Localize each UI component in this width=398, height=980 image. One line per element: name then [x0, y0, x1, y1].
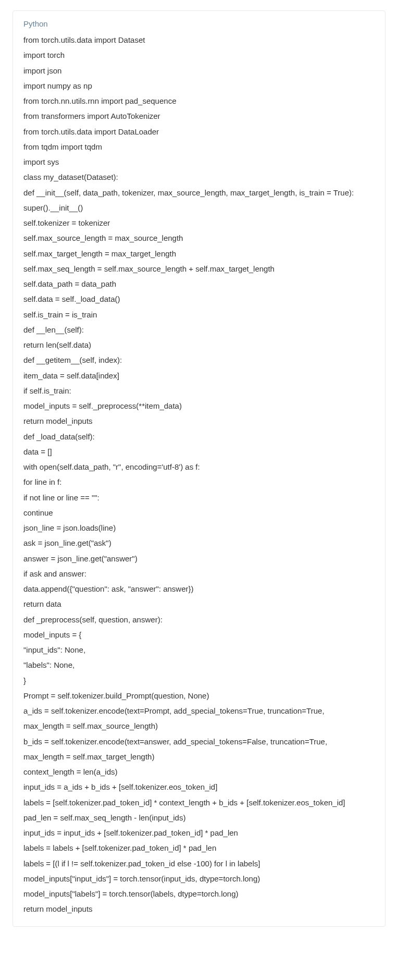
code-line: self.max_target_length = max_target_leng… — [23, 246, 375, 261]
code-line: self.max_source_length = max_source_leng… — [23, 230, 375, 246]
code-line: "input_ids": None, — [23, 642, 375, 657]
code-line: with open(self.data_path, "r", encoding=… — [23, 459, 375, 474]
code-line: self.data = self._load_data() — [23, 291, 375, 307]
code-line: model_inputs["labels"] = torch.tensor(la… — [23, 886, 375, 901]
code-line: data = [] — [23, 444, 375, 459]
code-line: data.append({"question": ask, "answer": … — [23, 581, 375, 596]
code-line: from torch.utils.data import Dataset — [23, 32, 375, 47]
code-line: import sys — [23, 154, 375, 169]
code-line: b_ids = self.tokenizer.encode(text=answe… — [23, 734, 375, 749]
code-line: a_ids = self.tokenizer.encode(text=Promp… — [23, 703, 375, 718]
code-line: context_length = len(a_ids) — [23, 764, 375, 779]
code-line: input_ids = a_ids + b_ids + [self.tokeni… — [23, 779, 375, 794]
code-line: max_length = self.max_source_length) — [23, 718, 375, 733]
code-line: max_length = self.max_target_length) — [23, 749, 375, 764]
code-block: Python from torch.utils.data import Data… — [13, 10, 385, 927]
code-line: json_line = json.loads(line) — [23, 520, 375, 535]
code-line: from tqdm import tqdm — [23, 139, 375, 154]
code-line: def __getitem__(self, index): — [23, 352, 375, 368]
code-line: if ask and answer: — [23, 566, 375, 581]
code-line: from torch.nn.utils.rnn import pad_seque… — [23, 93, 375, 108]
code-line: labels = labels + [self.tokenizer.pad_to… — [23, 840, 375, 855]
code-line: } — [23, 673, 375, 688]
code-line: import numpy as np — [23, 78, 375, 93]
code-line: from torch.utils.data import DataLoader — [23, 124, 375, 139]
page-wrapper: Python from torch.utils.data import Data… — [0, 0, 398, 937]
code-line: labels = [self.tokenizer.pad_token_id] *… — [23, 795, 375, 810]
code-line: self.tokenizer = tokenizer — [23, 215, 375, 230]
code-line: model_inputs = self._preprocess(**item_d… — [23, 398, 375, 413]
code-line: ask = json_line.get("ask") — [23, 535, 375, 550]
code-line: class my_dataset(Dataset): — [23, 169, 375, 185]
code-line: from transformers import AutoTokenizer — [23, 108, 375, 124]
code-line: def _preprocess(self, question, answer): — [23, 612, 375, 627]
code-line: if not line or line == "": — [23, 490, 375, 505]
code-line: self.max_seq_length = self.max_source_le… — [23, 261, 375, 276]
code-line: def __len__(self): — [23, 322, 375, 337]
code-line: continue — [23, 505, 375, 520]
code-line: labels = [(l if l != self.tokenizer.pad_… — [23, 856, 375, 871]
code-line: answer = json_line.get("answer") — [23, 551, 375, 566]
code-line: pad_len = self.max_seq_length - len(inpu… — [23, 810, 375, 825]
code-line: def __init__(self, data_path, tokenizer,… — [23, 185, 375, 200]
code-line: model_inputs = { — [23, 627, 375, 642]
code-line: import torch — [23, 47, 375, 63]
code-line: input_ids = input_ids + [self.tokenizer.… — [23, 825, 375, 840]
code-line: self.is_train = is_train — [23, 307, 375, 322]
code-line: super().__init__() — [23, 200, 375, 215]
code-container: from torch.utils.data import Datasetimpo… — [23, 32, 375, 917]
code-line: for line in f: — [23, 474, 375, 489]
code-line: self.data_path = data_path — [23, 276, 375, 291]
code-line: Prompt = self.tokenizer.build_Prompt(que… — [23, 688, 375, 703]
code-line: return model_inputs — [23, 413, 375, 428]
code-line: return model_inputs — [23, 901, 375, 916]
code-line: return len(self.data) — [23, 337, 375, 352]
code-line: "labels": None, — [23, 657, 375, 672]
code-line: def _load_data(self): — [23, 429, 375, 444]
code-line: item_data = self.data[index] — [23, 368, 375, 383]
language-label: Python — [23, 19, 375, 28]
code-line: model_inputs["input_ids"] = torch.tensor… — [23, 871, 375, 886]
code-line: import json — [23, 63, 375, 78]
code-line: return data — [23, 596, 375, 611]
code-line: if self.is_train: — [23, 383, 375, 398]
